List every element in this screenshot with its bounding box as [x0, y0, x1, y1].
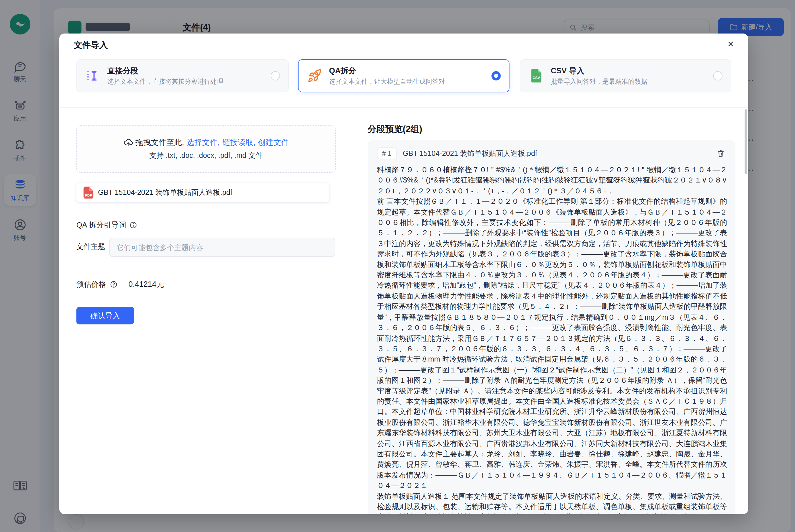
- confirm-import-button[interactable]: 确认导入: [76, 307, 134, 324]
- mode-radio-unselected[interactable]: [713, 71, 722, 80]
- mode-title: CSV 导入: [551, 66, 706, 76]
- dialog-title: 文件导入: [74, 40, 108, 51]
- topic-label: 文件主题: [76, 242, 105, 251]
- app-stage: 聊天 应用 插件 知识库 账号: [0, 0, 795, 532]
- link-read-link[interactable]: 链接读取,: [222, 138, 255, 148]
- mode-radio-selected[interactable]: [491, 71, 500, 80]
- mode-desc: 批量导入问答对，是最精准的数据: [551, 77, 706, 86]
- mode-title: QA拆分: [329, 66, 485, 76]
- uploaded-file-item[interactable]: PDF GBT 15104-2021 装饰单板贴面人造板.pdf: [76, 183, 329, 202]
- price-label: 预估价格: [76, 280, 106, 289]
- pdf-file-icon: PDF: [84, 187, 93, 198]
- select-file-link[interactable]: 选择文件,: [187, 138, 220, 148]
- file-import-dialog: 文件导入 ✕ 直接分段 选择文本文件，直接将其按分段进行处理 QA拆分 选择文本…: [59, 34, 748, 514]
- divider: [59, 107, 748, 108]
- segment-index-chip: # 1: [377, 148, 397, 159]
- segment-icon: [85, 68, 100, 84]
- rocket-icon: [307, 68, 322, 84]
- file-dropzone[interactable]: 拖拽文件至此, 选择文件, 链接读取, 创建文件 支持 .txt, .doc, …: [76, 125, 336, 173]
- delete-segment-button[interactable]: [715, 148, 726, 159]
- close-icon[interactable]: ✕: [723, 37, 738, 51]
- mode-card-csv-import[interactable]: CSV CSV 导入 批量导入问答对，是最精准的数据: [520, 59, 731, 92]
- svg-text:CSV: CSV: [533, 76, 540, 80]
- mode-desc: 选择文本文件，直接将其按分段进行处理: [107, 77, 264, 86]
- qa-prompt-label: QA 拆分引导词: [76, 220, 126, 230]
- supported-formats-text: 支持 .txt, .doc, .docx, .pdf, .md 文件: [149, 151, 263, 160]
- uploaded-file-name: GBT 15104-2021 装饰单板贴面人造板.pdf: [98, 188, 232, 197]
- dropzone-text: 拖拽文件至此,: [135, 138, 184, 148]
- segment-preview-card: # 1 GBT 15104-2021 装饰单板贴面人造板.pdf 科植犛７９．０…: [367, 140, 735, 514]
- create-file-link[interactable]: 创建文件: [258, 138, 289, 148]
- segment-paragraph: 前 言本文件按照ＧＢ／Ｔ１．１—２０２０《标准化工作导则 第１部分：标准化文件的…: [377, 196, 727, 491]
- dialog-scrollbar[interactable]: [744, 110, 747, 174]
- info-icon[interactable]: [129, 221, 137, 229]
- csv-file-icon: CSV: [529, 68, 544, 84]
- topic-input[interactable]: [110, 238, 335, 257]
- segment-paragraph: 科植犛７９．０６０植植犛㭴７０!＂#$%&＇()＊犌犅／犜１５１０４—２０２１!…: [377, 165, 727, 196]
- segment-text: 科植犛７９．０６０植植犛㭴７０!＂#$%&＇()＊犌犅／犜１５１０４—２０２１!…: [367, 164, 735, 514]
- mode-title: 直接分段: [107, 66, 264, 76]
- mode-card-qa-split[interactable]: QA拆分 选择文本文件，让大模型自动生成问答对: [298, 59, 509, 92]
- preview-heading: 分段预览(2组): [367, 123, 422, 135]
- upload-cloud-icon: [123, 138, 133, 148]
- price-value: 0.41214元: [128, 280, 164, 289]
- segment-paragraph: 装饰单板贴面人造板１ 范围本文件规定了装饰单板贴面人造板的术语和定义、分类、要求…: [377, 491, 727, 514]
- mode-radio-unselected[interactable]: [271, 71, 280, 80]
- help-circle-icon[interactable]: [110, 281, 117, 288]
- mode-card-direct-segment[interactable]: 直接分段 选择文本文件，直接将其按分段进行处理: [76, 59, 289, 92]
- trash-icon: [716, 149, 725, 158]
- segment-file-name: GBT 15104-2021 装饰单板贴面人造板.pdf: [403, 149, 708, 158]
- mode-desc: 选择文本文件，让大模型自动生成问答对: [329, 77, 485, 86]
